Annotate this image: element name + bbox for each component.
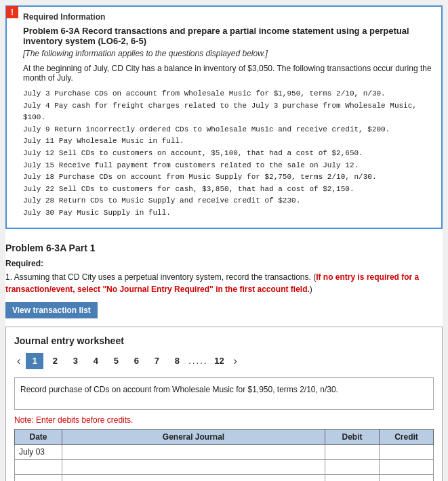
general-journal-input[interactable]: [66, 447, 321, 457]
problem-part-section: Problem 6-3A Part 1 Required: 1. Assumin…: [5, 237, 443, 481]
instruction-plain: 1. Assuming that CD City uses a perpetua…: [5, 272, 316, 282]
page-dots: .....: [188, 356, 207, 366]
col-header-date: Date: [15, 429, 62, 444]
page-6[interactable]: 6: [127, 353, 145, 369]
instruction-close: ): [310, 285, 312, 294]
intro-text: At the beginning of July, CD City has a …: [23, 64, 433, 83]
general-journal-cell[interactable]: [62, 459, 325, 474]
prev-page-button[interactable]: ‹: [14, 354, 23, 369]
debit-cell[interactable]: [325, 444, 380, 459]
page-12[interactable]: 12: [210, 353, 228, 369]
date-cell: [15, 474, 62, 481]
date-cell: [15, 459, 62, 474]
next-page-button[interactable]: ›: [230, 354, 239, 369]
credit-input[interactable]: [384, 447, 429, 457]
debit-cell[interactable]: [325, 474, 380, 481]
page-2[interactable]: 2: [46, 353, 64, 369]
col-header-debit: Debit: [325, 429, 380, 444]
page-4[interactable]: 4: [87, 353, 104, 369]
credit-input[interactable]: [384, 462, 429, 472]
general-journal-cell[interactable]: [62, 444, 325, 459]
pagination: ‹ 1 2 3 4 5 6 7 8 ..... 12 ›: [14, 353, 434, 369]
col-header-credit: Credit: [380, 429, 434, 444]
general-journal-input[interactable]: [66, 462, 321, 472]
date-cell: July 03: [15, 444, 62, 459]
italic-note: [The following information applies to th…: [23, 49, 433, 58]
credit-input[interactable]: [384, 477, 429, 481]
description-box: Record purchase of CDs on account from W…: [14, 377, 434, 410]
debit-input[interactable]: [329, 477, 375, 481]
page-7[interactable]: 7: [148, 353, 165, 369]
table-row: [15, 459, 434, 474]
page-container: ! Required Information Problem 6-3A Reco…: [5, 5, 443, 481]
transaction-list: July 3 Purchase CDs on account from Whol…: [23, 88, 433, 219]
worksheet-box: Journal entry worksheet ‹ 1 2 3 4 5 6 7 …: [5, 327, 443, 481]
general-journal-input[interactable]: [66, 477, 321, 481]
required-info-box: ! Required Information Problem 6-3A Reco…: [5, 5, 443, 229]
page-5[interactable]: 5: [107, 353, 125, 369]
credit-cell[interactable]: [380, 459, 434, 474]
problem-part-title: Problem 6-3A Part 1: [5, 243, 443, 253]
journal-table: Date General Journal Debit Credit July 0…: [14, 429, 434, 481]
table-row: July 03: [15, 444, 434, 459]
debit-cell[interactable]: [325, 459, 380, 474]
debit-input[interactable]: [329, 462, 375, 472]
exclamation-icon: !: [6, 6, 18, 18]
table-row: [15, 474, 434, 481]
page-1[interactable]: 1: [26, 353, 43, 369]
problem-title: Problem 6-3A Record transactions and pre…: [23, 26, 433, 46]
required-info-content: Required Information Problem 6-3A Record…: [7, 7, 441, 228]
page-8[interactable]: 8: [168, 353, 186, 369]
debit-input[interactable]: [329, 447, 375, 457]
worksheet-title: Journal entry worksheet: [14, 335, 434, 346]
required-label: Required:: [5, 259, 443, 268]
instruction-text: 1. Assuming that CD City uses a perpetua…: [5, 271, 443, 295]
credit-cell[interactable]: [380, 474, 434, 481]
credit-cell[interactable]: [380, 444, 434, 459]
note-text: Note: Enter debits before credits.: [14, 415, 434, 425]
required-info-label: Required Information: [23, 12, 433, 22]
col-header-general: General Journal: [62, 429, 325, 444]
page-3[interactable]: 3: [66, 353, 84, 369]
view-transaction-list-button[interactable]: View transaction list: [5, 302, 98, 318]
general-journal-cell[interactable]: [62, 474, 325, 481]
